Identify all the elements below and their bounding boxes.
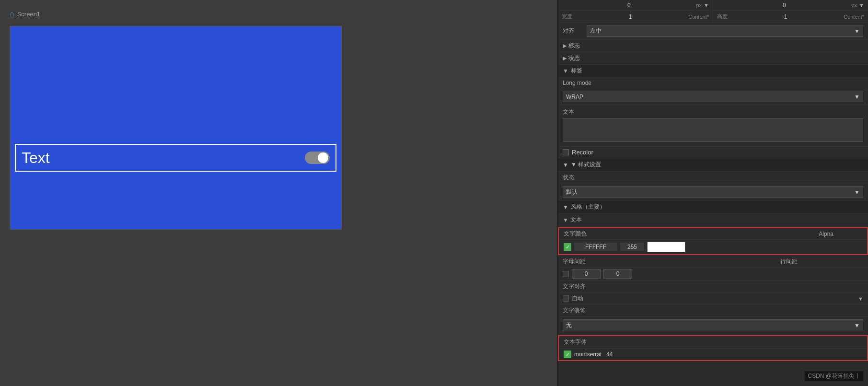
- zhuangtai-label: 状态: [568, 54, 580, 62]
- long-mode-arrow: ▼: [854, 94, 860, 100]
- line-spacing-label: 行间距: [715, 257, 864, 266]
- style-settings-label: ▼ 样式设置: [571, 161, 601, 169]
- home-icon[interactable]: ⌂: [10, 10, 14, 18]
- x-unit-dropdown[interactable]: ▼: [704, 2, 709, 8]
- color-checkbox[interactable]: ✓: [564, 243, 571, 251]
- biaoqian-section[interactable]: ▼ 标签: [558, 65, 868, 77]
- color-preview[interactable]: [647, 242, 685, 252]
- alpha-label: Alpha: [819, 231, 833, 237]
- state-arrow: ▼: [854, 189, 860, 196]
- text-sub-label: 文本: [570, 216, 582, 224]
- breadcrumb: ⌂ Screen1: [10, 10, 548, 18]
- long-mode-value: WRAP: [566, 94, 583, 100]
- recolor-row: Recolor: [558, 147, 868, 158]
- line-spacing-input[interactable]: [603, 269, 632, 279]
- font-checkbox[interactable]: ✓: [564, 351, 571, 358]
- width-label: 宽度: [562, 13, 572, 20]
- letter-spacing-checkbox[interactable]: [563, 271, 569, 277]
- font-row-values: ✓ montserrat 44: [559, 349, 867, 360]
- state-dropdown[interactable]: 默认 ▼: [563, 186, 863, 198]
- color-row-header: 文字颜色 Alpha: [559, 228, 867, 240]
- height-value[interactable]: 1: [784, 13, 787, 20]
- state-label: 状态: [563, 174, 574, 182]
- dimension-row: 宽度 1 Content* 高度 1 Content*: [558, 11, 868, 23]
- state-row: 状态: [558, 172, 868, 184]
- height-label: 高度: [717, 13, 728, 20]
- text-decoration-arrow: ▼: [854, 322, 860, 329]
- font-header: 文本字体: [559, 336, 867, 349]
- text-align-auto: 自动: [572, 294, 583, 303]
- toggle-switch[interactable]: [305, 152, 330, 164]
- biaoqian-label: 标签: [571, 67, 582, 75]
- long-mode-row: Long mode: [558, 77, 868, 89]
- biaozhi-arrow: ▶: [563, 43, 567, 49]
- text-decoration-label: 文字装饰: [563, 306, 863, 315]
- long-mode-dropdown[interactable]: WRAP ▼: [563, 92, 863, 102]
- letter-spacing-header: 字母间距 行间距: [558, 256, 868, 268]
- text-align-label: 文字对齐: [563, 282, 591, 291]
- text-align-dropdown-arrow[interactable]: ▼: [858, 296, 863, 302]
- recolor-checkbox[interactable]: [563, 149, 569, 155]
- primary-style-section[interactable]: ▼ 风格（主要）: [558, 200, 868, 214]
- text-content-area: 文本: [558, 105, 868, 147]
- screen-name[interactable]: Screen1: [17, 11, 40, 18]
- long-mode-value-row: WRAP ▼: [558, 89, 868, 105]
- x-unit: px: [696, 2, 702, 8]
- text-align-row: 文字对齐: [558, 281, 868, 293]
- y-value[interactable]: 0: [717, 2, 851, 9]
- letter-spacing-values: [558, 268, 868, 281]
- biaoqian-arrow: ▼: [563, 68, 568, 74]
- screen-canvas: Text: [10, 26, 342, 230]
- coord-row: 0 px ▼ 0 px ▼: [558, 0, 868, 11]
- width-unit[interactable]: Content*: [688, 14, 709, 20]
- alignment-value: 左中: [590, 27, 602, 35]
- height-unit[interactable]: Content*: [844, 14, 864, 20]
- alignment-row: 对齐 左中 ▼: [558, 23, 868, 40]
- biaozhi-label: 标志: [568, 42, 580, 50]
- alignment-arrow: ▼: [854, 28, 860, 35]
- recolor-label: Recolor: [572, 149, 593, 156]
- widget-box[interactable]: Text: [15, 144, 336, 172]
- widget-text: Text: [22, 149, 305, 167]
- alignment-dropdown[interactable]: 左中 ▼: [587, 25, 863, 37]
- toggle-knob: [318, 152, 328, 163]
- width-value[interactable]: 1: [629, 13, 632, 20]
- letter-spacing-label: 字母间距: [563, 257, 711, 266]
- text-sub-section[interactable]: ▼ 文本: [558, 214, 868, 226]
- style-settings-section[interactable]: ▼ ▼ 样式设置: [558, 158, 868, 172]
- x-coord-cell: 0 px ▼: [558, 0, 713, 11]
- color-label: 文字颜色: [564, 230, 819, 238]
- text-decoration-dropdown[interactable]: 无 ▼: [563, 319, 863, 331]
- state-value: 默认: [566, 188, 578, 196]
- long-mode-label: Long mode: [563, 80, 591, 86]
- alpha-input[interactable]: [620, 243, 644, 251]
- x-value[interactable]: 0: [562, 2, 696, 9]
- text-decoration-value: 无: [566, 321, 572, 329]
- primary-style-arrow: ▼: [563, 204, 568, 211]
- color-hex-input[interactable]: [574, 243, 617, 251]
- font-section: 文本字体 ✓ montserrat 44: [558, 335, 868, 361]
- biaozhi-row[interactable]: ▶ 标志: [558, 40, 868, 52]
- zhuangtai-row[interactable]: ▶ 状态: [558, 52, 868, 65]
- font-header-label: 文本字体: [564, 338, 587, 346]
- text-decoration-value-row: 无 ▼: [558, 317, 868, 334]
- y-coord-cell: 0 px ▼: [713, 0, 868, 11]
- height-cell: 高度 1 Content*: [713, 11, 868, 22]
- text-label: 文本: [563, 108, 863, 116]
- alignment-label: 对齐: [563, 27, 587, 35]
- right-panel: 0 px ▼ 0 px ▼ 宽度 1 Content* 高度 1 Content…: [557, 0, 868, 386]
- font-size: 44: [606, 351, 613, 358]
- main-canvas: ⌂ Screen1 Text: [0, 0, 557, 386]
- text-input[interactable]: [563, 118, 863, 142]
- state-value-row: 默认 ▼: [558, 184, 868, 200]
- text-align-sub: 自动 ▼: [558, 293, 868, 304]
- width-cell: 宽度 1 Content*: [558, 11, 713, 22]
- color-row-values: ✓: [559, 240, 867, 254]
- text-decoration-row: 文字装饰: [558, 304, 868, 317]
- style-settings-arrow: ▼: [563, 162, 568, 168]
- text-align-checkbox[interactable]: [563, 295, 569, 302]
- y-unit-dropdown[interactable]: ▼: [859, 2, 864, 8]
- letter-spacing-input[interactable]: [572, 269, 601, 279]
- y-unit: px: [851, 2, 857, 8]
- primary-style-label: 风格（主要）: [571, 203, 605, 211]
